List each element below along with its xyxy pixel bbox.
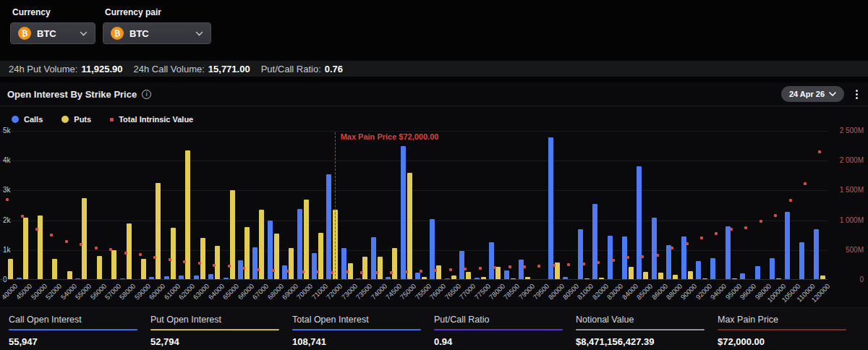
x-axis-label: 74500 [384,280,399,306]
puts-bar [304,200,309,280]
intrinsic-value-dot [35,228,38,231]
bar-group-54000 [59,131,74,280]
bar-group-75000 [399,131,413,280]
intrinsic-value-dot [789,199,792,202]
bar-group-120000 [812,131,827,280]
puts-bar [407,173,412,280]
puts-bar [495,267,501,281]
footer-stat-put-open-interest: Put Open Interest52,794 [150,315,292,350]
legend-item-intrinsic[interactable]: Total Intrinsic Value [110,115,193,124]
bar-group-100000 [768,131,783,280]
footer-stat-total-open-interest: Total Open Interest108,741 [292,315,434,350]
bar-group-60000 [148,131,162,280]
left-axis-tick: 5k [3,127,11,135]
info-icon[interactable]: i [142,90,151,99]
footer-stat-label: Notional Value [576,315,705,325]
calls-legend-dot-icon [12,116,19,123]
intrinsic-value-dot [169,258,171,261]
footer-stat-underline [576,329,705,330]
currency-pair-value: BTC [129,28,149,39]
calls-bar [726,226,731,280]
x-axis-label: 57000 [103,280,118,306]
intrinsic-value-dot [523,265,526,268]
expiry-date-value: 24 Apr 26 [789,90,825,98]
x-axis-label: 67000 [251,280,265,306]
bar-group-57000 [103,131,118,280]
currency-dropdown[interactable]: ₿ BTC [10,22,95,44]
bar-group-78000 [488,131,502,280]
x-axis-label: 56000 [89,280,103,306]
intrinsic-value-dot [671,247,673,249]
currency-pair-dropdown[interactable]: ₿ BTC [103,22,211,44]
x-axis-label: 50000 [30,280,44,306]
x-axis-label: 120000 [812,280,827,306]
intrinsic-value-dot [50,234,53,236]
bar-group-61000 [163,131,177,280]
bar-group-40000 [0,131,14,280]
calls-bar [578,229,583,280]
bar-group-59000 [133,131,148,280]
footer-stat-underline [434,329,563,330]
bar-group-65000 [221,131,236,280]
footer-stat-put-call-ratio: Put/Call Ratio0.94 [434,315,576,350]
kebab-menu-icon[interactable] [854,88,859,101]
puts-bar [289,248,294,280]
footer-stat-call-open-interest: Call Open Interest55,947 [9,315,150,350]
bar-group-94000 [709,131,723,280]
calls-bar [814,229,819,280]
bar-group-68000 [266,131,281,280]
max-pain-line: Max Pain Price $72,000.00 [335,132,336,280]
intrinsic-legend-dot-icon [110,118,114,121]
footer-stat-max-pain-price: Max Pain Price$72,000.00 [718,315,859,350]
footer-stat-underline [292,329,421,330]
puts-bar [318,233,323,280]
bar-group-56000 [89,131,103,280]
intrinsic-value-dot [242,267,245,270]
intrinsic-value-dot [390,271,393,274]
footer-stat-value: 55,947 [9,336,137,347]
legend-item-puts[interactable]: Puts [61,115,91,124]
expiry-date-dropdown[interactable]: 24 Apr 26 [781,86,844,102]
legend-item-calls[interactable]: Calls [12,115,43,124]
x-axis-label: 65000 [221,280,236,306]
puts-legend-dot-icon [61,116,69,123]
calls-bar [696,261,701,280]
intrinsic-value-dot [139,253,142,256]
intrinsic-value-dot [464,268,467,270]
bar-group-80500 [561,131,576,280]
puts-bar [378,257,383,280]
bar-group-58000 [118,131,132,280]
puts-bar [348,263,353,281]
bar-group-95000 [724,131,739,280]
footer-stat-underline [150,329,279,330]
puts-bar [392,248,397,280]
right-axis-tick: 2 500M [840,127,864,135]
intrinsic-value-dot [744,226,747,229]
bar-group-86000 [650,131,665,280]
intrinsic-value-dot [567,263,570,266]
put-volume-stat: 24h Put Volume: 11,925.90 [9,64,123,74]
put-call-ratio-value: 0.76 [325,64,343,74]
volume-stats-bar: 24h Put Volume: 11,925.90 24h Call Volum… [0,61,868,77]
intrinsic-value-dot [346,270,349,273]
puts-bar [259,210,264,280]
intrinsic-value-dot [686,242,689,245]
intrinsic-value-dot [109,248,112,251]
x-axis-label: 52000 [44,280,59,306]
bar-group-71000 [310,131,325,280]
intrinsic-value-dot [302,270,305,273]
bar-group-79500 [532,131,546,280]
bar-group-62000 [177,131,192,280]
puts-bar [52,259,57,280]
calls-bar [326,174,331,280]
chart-title: Open Interest By Strike Price [7,89,137,100]
x-axis-label: 68000 [266,280,281,306]
x-axis-label: 100000 [768,280,783,306]
x-axis-label: 70000 [295,280,310,306]
footer-stat-label: Put Open Interest [150,315,279,325]
bar-group-92000 [694,131,709,280]
x-axis-label: 78000 [488,280,502,306]
bar-group-72000 [325,131,339,280]
x-axis-label: 80500 [561,280,576,306]
bar-group-105000 [783,131,797,280]
